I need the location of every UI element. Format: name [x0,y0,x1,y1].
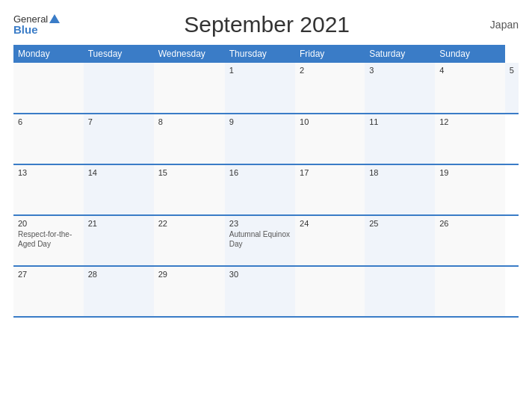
calendar-cell: 30 [225,266,295,317]
calendar-cell [365,266,435,317]
day-number: 9 [229,117,291,126]
calendar-week-row: 27282930 [13,266,519,317]
day-number: 30 [229,270,291,279]
header-saturday: Saturday [365,45,435,63]
weekday-header-row: Monday Tuesday Wednesday Thursday Friday… [13,45,519,63]
calendar-cell: 7 [84,114,154,164]
calendar-cell: 24 [295,215,365,266]
calendar-title: September 2021 [60,12,474,37]
day-number: 24 [300,219,360,228]
calendar-cell: 17 [295,164,365,215]
calendar-cell: 22 [154,215,225,266]
calendar-cell: 23Autumnal Equinox Day [225,215,295,266]
day-number: 5 [510,66,514,75]
day-number: 23 [229,219,291,228]
calendar-cell: 2 [295,63,365,114]
calendar-cell: 14 [84,164,154,215]
calendar-cell: 18 [365,164,435,215]
calendar-page: General Blue September 2021 Japan Monday… [0,0,532,411]
day-number: 7 [88,117,149,126]
calendar-cell [295,266,365,317]
header-sunday: Sunday [435,45,505,63]
calendar-cell: 12 [435,114,505,164]
day-number: 29 [158,270,220,279]
day-number: 15 [158,168,220,177]
calendar-cell [154,63,225,114]
day-number: 21 [88,219,149,228]
holiday-label: Autumnal Equinox Day [229,230,290,248]
day-number: 4 [439,66,501,75]
calendar-cell: 15 [154,164,225,215]
calendar-cell: 4 [435,63,505,114]
day-number: 25 [369,219,430,228]
day-number: 20 [18,219,79,228]
day-number: 10 [300,117,360,126]
calendar-cell: 21 [84,215,154,266]
calendar-cell [435,266,505,317]
calendar-cell [13,63,84,114]
day-number: 26 [439,219,501,228]
calendar-cell: 8 [154,114,225,164]
calendar-cell: 19 [435,164,505,215]
day-number: 11 [369,117,430,126]
calendar-cell: 3 [365,63,435,114]
day-number: 27 [18,270,79,279]
header-thursday: Thursday [225,45,295,63]
day-number: 13 [18,168,79,177]
logo-general-text: General [13,14,60,25]
logo-blue-text: Blue [13,24,60,35]
header: General Blue September 2021 Japan [13,12,519,37]
calendar-cell: 5 [505,63,519,114]
calendar-week-row: 13141516171819 [13,164,519,215]
calendar-cell: 25 [365,215,435,266]
day-number: 28 [88,270,149,279]
day-number: 19 [439,168,501,177]
day-number: 2 [300,66,360,75]
day-number: 18 [369,168,430,177]
day-number: 14 [88,168,149,177]
calendar-cell: 6 [13,114,84,164]
calendar-cell: 20Respect-for-the-Aged Day [13,215,84,266]
calendar-cell: 9 [225,114,295,164]
day-number: 6 [18,117,79,126]
header-friday: Friday [295,45,365,63]
calendar-cell [84,63,154,114]
day-number: 1 [229,66,291,75]
logo-triangle-icon [49,14,60,23]
calendar-cell: 16 [225,164,295,215]
day-number: 3 [369,66,430,75]
calendar-cell: 27 [13,266,84,317]
calendar-cell: 10 [295,114,365,164]
logo: General Blue [13,14,60,36]
day-number: 22 [158,219,220,228]
header-tuesday: Tuesday [84,45,154,63]
country-label: Japan [474,19,519,31]
calendar-cell: 13 [13,164,84,215]
calendar-cell: 28 [84,266,154,317]
day-number: 12 [439,117,501,126]
day-number: 16 [229,168,291,177]
holiday-label: Respect-for-the-Aged Day [18,230,72,248]
calendar-week-row: 12345 [13,63,519,114]
calendar-table: Monday Tuesday Wednesday Thursday Friday… [13,45,519,318]
header-wednesday: Wednesday [154,45,225,63]
calendar-cell: 26 [435,215,505,266]
header-monday: Monday [13,45,84,63]
calendar-cell: 1 [225,63,295,114]
calendar-week-row: 6789101112 [13,114,519,164]
calendar-cell: 11 [365,114,435,164]
day-number: 8 [158,117,220,126]
day-number: 17 [300,168,360,177]
calendar-cell: 29 [154,266,225,317]
calendar-week-row: 20Respect-for-the-Aged Day212223Autumnal… [13,215,519,266]
